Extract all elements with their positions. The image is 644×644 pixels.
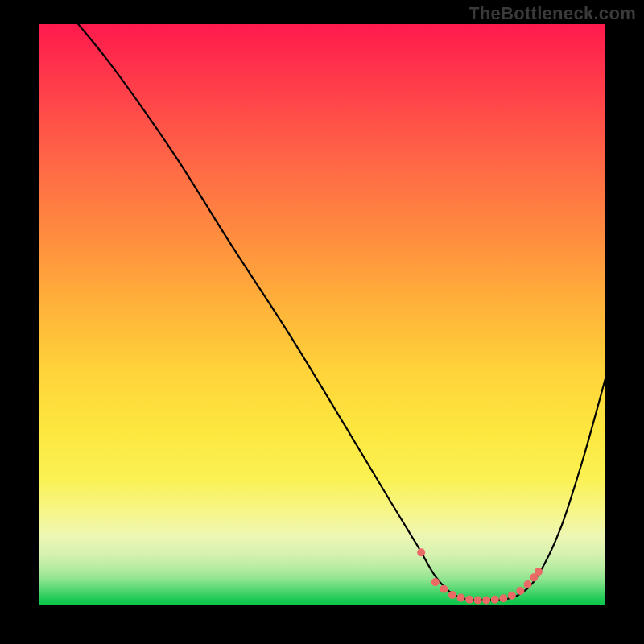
- optimal-marker: [535, 568, 543, 576]
- curve-svg: [39, 24, 605, 605]
- optimal-marker: [474, 597, 482, 605]
- bottleneck-curve: [78, 24, 605, 600]
- watermark-text: TheBottleneck.com: [469, 3, 636, 24]
- optimal-marker: [448, 591, 456, 599]
- optimal-marker: [431, 578, 440, 586]
- optimal-marker: [440, 585, 448, 593]
- plot-container: [39, 24, 605, 605]
- optimal-marker: [524, 580, 532, 588]
- optimal-marker: [465, 596, 473, 604]
- plot-area: [39, 24, 605, 605]
- optimal-marker: [516, 587, 524, 595]
- optimal-marker: [491, 596, 499, 604]
- optimal-marker: [508, 592, 516, 600]
- optimal-marker: [417, 548, 425, 556]
- optimal-marker: [499, 594, 507, 602]
- chart-frame: TheBottleneck.com: [0, 0, 644, 644]
- optimal-marker: [456, 594, 464, 602]
- optimal-marker: [482, 597, 490, 605]
